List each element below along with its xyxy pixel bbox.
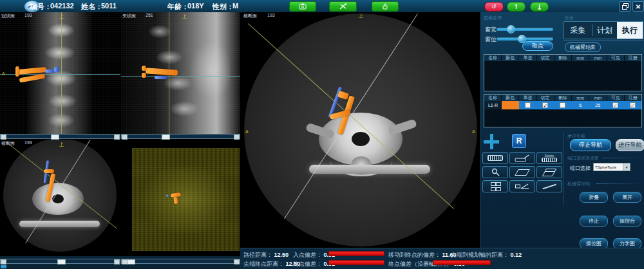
screwdriver-icon [515, 154, 530, 162]
path-distance: 路径距离： 12.50 [243, 251, 289, 259]
port-select-label: 端口选择 [570, 165, 591, 172]
layout-tool-button[interactable] [482, 180, 508, 192]
scroll-right-arrow[interactable] [234, 134, 240, 140]
coronal-view-panel[interactable]: 冠状面 193 上 A [0, 12, 120, 134]
col-length: mm [589, 55, 606, 61]
force-view-label: 力学图 [620, 240, 635, 247]
screw-select-cell[interactable] [519, 101, 536, 109]
path-distance-value: 12.50 [274, 252, 289, 258]
window-width-slider[interactable] [497, 28, 553, 31]
camera-icon [299, 3, 307, 10]
visible-checkbox[interactable]: ✓ [612, 102, 618, 108]
delete-checkbox[interactable] [560, 102, 565, 108]
multi-plane-tool-button[interactable] [536, 166, 562, 178]
end-deviation-bar [328, 260, 384, 265]
robot-arm-end-button[interactable]: 机械臂结束 [565, 42, 601, 52]
scroll-handle[interactable] [127, 259, 135, 264]
main-label: 横断面 [243, 13, 257, 19]
scroll-right-arrow[interactable] [114, 259, 120, 264]
fold-arm-button[interactable]: 折叠 [580, 192, 608, 203]
main-axial-panel[interactable]: 横断面 193 上 A A [242, 12, 480, 248]
patient-id-label: 编号： [30, 2, 52, 12]
scroll-left-arrow[interactable] [1, 259, 6, 264]
pick-point-button[interactable]: 取点 [522, 41, 553, 51]
calibrate-tool-button[interactable] [530, 2, 549, 12]
console-button[interactable]: 操控台 [613, 216, 641, 227]
col-color: 颜色 [502, 55, 518, 61]
scroll-right-arrow[interactable] [234, 259, 240, 264]
plane-tool-button[interactable] [509, 166, 535, 178]
col-visible: 可见 [607, 95, 624, 101]
coronal-label: 冠状面 [1, 13, 15, 19]
port-select-dropdown[interactable]: TSpineTools ▼ [593, 163, 630, 171]
pick-point-label: 取点 [532, 42, 544, 50]
screw-table-header: 名称 颜色 单选 锁定 删除 mm mm 可见 注册 [484, 95, 641, 101]
scroll-handle[interactable] [57, 259, 66, 264]
stop-navigation-button[interactable]: 停止导航 [570, 139, 611, 151]
drr-slice-scrollbar[interactable] [121, 259, 240, 264]
reset-view-label: R [516, 136, 522, 145]
screw-table-row[interactable]: L1-R ✓ 6 25 ✓ ✓ [484, 101, 641, 109]
scroll-left-arrow[interactable] [1, 134, 6, 140]
screw-name-cell: L1-R [484, 101, 502, 109]
start-navigation-label: 进行导航 [619, 141, 642, 149]
crosshair-tool-button[interactable] [484, 134, 499, 149]
lock-checkbox[interactable]: ✓ [542, 102, 548, 108]
screw-tool-button[interactable] [482, 152, 508, 164]
screw-register-cell[interactable]: ✓ [624, 101, 641, 109]
coronal-slice-scrollbar[interactable] [0, 134, 120, 139]
tab-execute[interactable]: 执行 [617, 22, 643, 39]
close-button[interactable]: ✕ [632, 1, 644, 12]
reset-pose-button[interactable]: ↺ [484, 2, 504, 12]
window-width-handle[interactable] [507, 25, 515, 33]
lock-tool-button[interactable] [372, 1, 399, 12]
dropdown-arrow-icon[interactable]: ▼ [623, 163, 630, 171]
angle-measure-icon [515, 182, 529, 190]
zoom-tool-button[interactable] [482, 166, 508, 178]
probe-tool-button[interactable] [329, 1, 357, 12]
port-section-rule [602, 158, 642, 158]
camera-tool-button[interactable] [289, 1, 316, 12]
line-tool-button[interactable] [536, 180, 562, 192]
delete-screw-button[interactable]: Delete [536, 152, 562, 164]
tracker-tool-button[interactable] [507, 2, 526, 12]
drr-view-panel[interactable] [132, 148, 240, 251]
stop-arm-button[interactable]: 停止 [580, 216, 608, 227]
col-lock: 锁定 [537, 55, 554, 61]
angle-measure-tool-button[interactable] [509, 180, 535, 192]
panel-divider [563, 132, 564, 205]
patient-age-label: 年龄： [167, 2, 189, 12]
unfold-arm-button[interactable]: 展开 [613, 192, 641, 203]
screw-lock-cell[interactable]: ✓ [536, 101, 554, 109]
scroll-handle[interactable] [162, 134, 170, 140]
col-register: 注册 [625, 55, 641, 61]
scroll-left-arrow[interactable] [122, 134, 128, 140]
screw-visible-cell[interactable]: ✓ [607, 101, 624, 109]
scroll-handle[interactable] [51, 134, 59, 140]
start-navigation-button[interactable]: 进行导航 [616, 139, 644, 151]
axial-view-panel[interactable]: 横断面 193 上 [0, 140, 120, 256]
main-spinal-canal [352, 132, 370, 146]
crosshair-icon-bar [484, 140, 499, 144]
entry-deviation-label: 入点偏差： [293, 252, 322, 258]
select-checkbox[interactable] [525, 102, 531, 108]
sagittal-slice-scrollbar[interactable] [121, 134, 240, 139]
screw-color-cell[interactable] [502, 101, 519, 109]
tab-plan[interactable]: 计划 [592, 22, 617, 39]
sagittal-probe [155, 76, 167, 79]
probe-icon [339, 3, 347, 10]
screw-delete-cell[interactable] [554, 101, 571, 109]
stop-navigation-label: 停止导航 [579, 141, 602, 149]
axial-slice-scrollbar[interactable] [0, 259, 120, 264]
scroll-right-arrow[interactable] [114, 134, 120, 140]
tab-acquire[interactable]: 采集 [564, 22, 592, 39]
register-checkbox[interactable]: ✓ [630, 102, 636, 108]
step-tabs: 采集 计划 执行 [564, 21, 643, 39]
move-end-deviation: 移动到终点的偏差： 11.60 [388, 251, 457, 259]
patient-sex-value: M [232, 2, 238, 10]
delete-icon-label: Delete [545, 154, 554, 158]
screwdriver-tool-button[interactable] [509, 152, 535, 164]
sagittal-view-panel[interactable]: 矢状面 251 上 [121, 12, 240, 134]
window-mode-button[interactable] [619, 1, 631, 12]
reset-view-button[interactable]: R [512, 134, 526, 148]
